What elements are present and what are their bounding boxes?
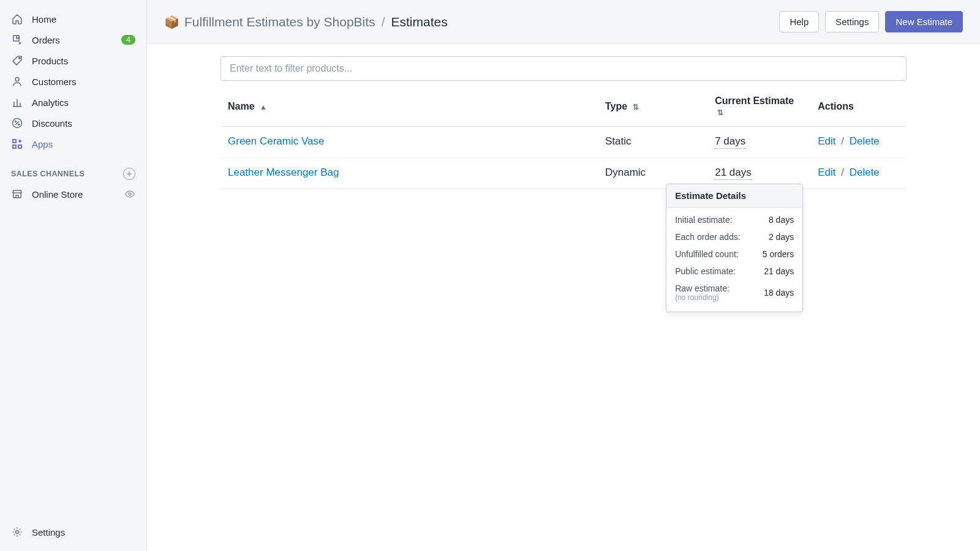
sidebar-item-analytics[interactable]: Analytics	[0, 92, 146, 113]
sidebar-item-settings[interactable]: Settings	[0, 522, 146, 542]
new-estimate-button[interactable]: New Estimate	[885, 11, 963, 32]
sidebar-item-label: Products	[32, 56, 135, 66]
breadcrumb-app[interactable]: 📦 Fulfillment Estimates by ShopBits	[164, 15, 375, 29]
svg-rect-5	[13, 140, 16, 143]
tag-icon	[11, 54, 23, 67]
sidebar-item-online-store[interactable]: Online Store	[0, 184, 146, 204]
svg-rect-7	[18, 145, 21, 148]
sort-asc-icon: ▲	[260, 103, 267, 111]
svg-point-9	[16, 531, 19, 534]
sidebar-item-label: Orders	[32, 35, 113, 45]
estimate-value[interactable]: 7 days	[715, 135, 745, 149]
add-channel-button[interactable]	[123, 168, 135, 180]
filter-products-input[interactable]	[221, 56, 907, 81]
orders-badge: 4	[121, 35, 135, 45]
person-icon	[11, 75, 23, 88]
product-link[interactable]: Leather Messenger Bag	[228, 167, 339, 178]
svg-point-3	[15, 121, 17, 122]
edit-link[interactable]: Edit	[818, 167, 835, 178]
table-row: Green Ceramic Vase Static 7 days Edit / …	[221, 127, 907, 158]
eye-icon[interactable]	[124, 189, 135, 200]
sidebar-item-customers[interactable]: Customers	[0, 71, 146, 92]
page-title: Estimates	[391, 15, 447, 29]
product-link[interactable]: Green Ceramic Vase	[228, 135, 324, 147]
column-header-name[interactable]: Name ▲	[221, 87, 598, 127]
sidebar-item-label: Customers	[32, 77, 135, 87]
svg-point-1	[15, 78, 19, 81]
content: Name ▲ Type ⇅ Current Estimate ⇅	[147, 44, 980, 551]
discount-icon	[11, 117, 23, 129]
sidebar-item-label: Home	[32, 14, 135, 24]
estimates-table: Name ▲ Type ⇅ Current Estimate ⇅	[221, 87, 907, 189]
estimate-value[interactable]: 21 days Estimate Details Initial estimat…	[715, 167, 752, 180]
sales-channels-header: SALES CHANNELS	[0, 154, 146, 184]
package-icon: 📦	[164, 15, 179, 29]
tooltip-title: Estimate Details	[666, 184, 802, 208]
help-button[interactable]: Help	[779, 11, 819, 32]
settings-button[interactable]: Settings	[825, 11, 879, 32]
table-row: Leather Messenger Bag Dynamic 21 days Es…	[221, 158, 907, 189]
sidebar-item-apps[interactable]: Apps	[0, 133, 146, 154]
tooltip-row: Public estimate: 21 days	[675, 263, 794, 280]
app-name: Fulfillment Estimates by ShopBits	[184, 15, 375, 29]
action-separator: /	[841, 135, 844, 147]
main-area: 📦 Fulfillment Estimates by ShopBits / Es…	[147, 0, 980, 551]
sidebar-item-discounts[interactable]: Discounts	[0, 113, 146, 133]
estimate-type: Dynamic	[605, 167, 646, 178]
topbar: 📦 Fulfillment Estimates by ShopBits / Es…	[147, 0, 980, 44]
sidebar: Home Orders 4 Products Customers	[0, 0, 147, 551]
chart-icon	[11, 96, 23, 108]
svg-point-8	[129, 193, 131, 195]
estimate-type: Static	[605, 135, 631, 147]
sidebar-item-home[interactable]: Home	[0, 9, 146, 29]
delete-link[interactable]: Delete	[850, 135, 880, 147]
svg-point-4	[18, 124, 20, 126]
column-header-actions: Actions	[810, 87, 907, 127]
edit-link[interactable]: Edit	[818, 135, 835, 147]
sidebar-item-label: Analytics	[32, 97, 135, 108]
section-title: SALES CHANNELS	[11, 170, 85, 178]
breadcrumb: 📦 Fulfillment Estimates by ShopBits / Es…	[164, 15, 448, 29]
store-icon	[11, 188, 23, 200]
gear-icon	[11, 526, 23, 538]
sidebar-item-label: Online Store	[32, 189, 116, 200]
sidebar-item-label: Settings	[32, 527, 135, 538]
orders-icon	[11, 34, 23, 46]
sidebar-item-orders[interactable]: Orders 4	[0, 29, 146, 50]
sidebar-item-label: Discounts	[32, 118, 135, 129]
delete-link[interactable]: Delete	[850, 167, 880, 178]
column-header-type[interactable]: Type ⇅	[598, 87, 707, 127]
sort-both-icon: ⇅	[633, 103, 639, 111]
home-icon	[11, 13, 23, 25]
svg-rect-6	[13, 145, 16, 148]
action-separator: /	[841, 167, 844, 178]
sort-both-icon: ⇅	[717, 108, 723, 117]
sidebar-item-label: Apps	[32, 139, 135, 149]
svg-point-0	[19, 58, 20, 59]
tooltip-row: Unfulfilled count: 5 orders	[675, 246, 794, 263]
breadcrumb-separator: /	[382, 15, 385, 29]
tooltip-row: Each order adds: 2 days	[675, 228, 794, 246]
estimate-details-tooltip: Estimate Details Initial estimate: 8 day…	[666, 184, 803, 312]
primary-nav: Home Orders 4 Products Customers	[0, 9, 146, 522]
tooltip-row: Initial estimate: 8 days	[675, 211, 794, 228]
sidebar-item-products[interactable]: Products	[0, 50, 146, 71]
apps-icon	[11, 138, 23, 150]
column-header-estimate[interactable]: Current Estimate ⇅	[707, 87, 810, 127]
tooltip-row: Raw estimate: (no rounding) 18 days	[675, 280, 794, 305]
